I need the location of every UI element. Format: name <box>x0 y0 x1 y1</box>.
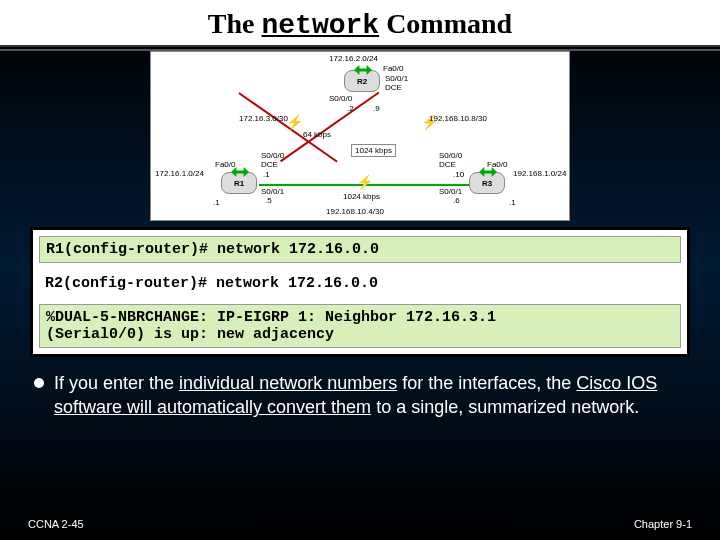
footer-right: Chapter 9-1 <box>634 518 692 530</box>
bolt-left-icon: ⚡ <box>286 114 303 130</box>
title-mono: network <box>262 10 380 41</box>
s000-r1-label: S0/0/0 DCE <box>261 151 284 169</box>
title-post: Command <box>379 8 512 39</box>
bullet-dot-icon <box>34 378 44 388</box>
s001-r1-label: S0/0/1 <box>261 187 284 196</box>
router-r2-icon: R2 <box>344 70 380 92</box>
title-bar: The network Command <box>0 0 720 47</box>
code-line-3: %DUAL-5-NBRCHANGE: IP-EIGRP 1: Neighbor … <box>39 304 681 348</box>
dot9-label: .9 <box>373 104 380 113</box>
fa00-r1-label: Fa0/0 <box>215 160 235 169</box>
dot10-label: .10 <box>453 170 464 179</box>
left-wan-label: 172.16.3.0/30 <box>239 114 288 123</box>
bolt-bottom-icon: ⚡ <box>356 174 373 190</box>
code-line-1: R1(config-router)# network 172.16.0.0 <box>39 236 681 263</box>
network-diagram: 172.16.2.0/24 Fa0/0 R2 S0/0/1 DCE S0/0/0… <box>150 51 570 221</box>
dot6-label: .6 <box>453 196 460 205</box>
left-lan-label: 172.16.1.0/24 <box>155 169 204 178</box>
s001-dce-label: S0/0/1 DCE <box>385 74 408 92</box>
dot1a-label: .1 <box>213 198 220 207</box>
right-wan-label: 192.168.10.8/30 <box>429 114 487 123</box>
bullet-item: If you enter the individual network numb… <box>30 371 690 420</box>
router-r1-icon: R1 <box>221 172 257 194</box>
fa00-r3-label: Fa0/0 <box>487 160 507 169</box>
right-lan-label: 192.168.1.0/24 <box>513 169 566 178</box>
bw-left-label: 64 kbps <box>303 130 331 139</box>
title-pre: The <box>208 8 262 39</box>
bottom-net-label: 192.168.10.4/30 <box>326 207 384 216</box>
footer-left: CCNA 2-45 <box>28 518 84 530</box>
dot5-label: .5 <box>265 196 272 205</box>
s000-r2-label: S0/0/0 <box>329 94 352 103</box>
fa00-r2-label: Fa0/0 <box>383 64 403 73</box>
dot2-label: .2 <box>347 104 354 113</box>
dot1c-label: .1 <box>263 170 270 179</box>
top-net-label: 172.16.2.0/24 <box>329 54 378 63</box>
bw-right-label: 1024 kbps <box>351 144 396 157</box>
bw-bottom-label: 1024 kbps <box>343 192 380 201</box>
s001-r3-label: S0/0/1 <box>439 187 462 196</box>
dot1b-label: .1 <box>509 198 516 207</box>
code-line-2: R2(config-router)# network 172.16.0.0 <box>39 271 681 296</box>
page-title: The network Command <box>0 0 720 45</box>
s000-r3-label: S0/0/0 DCE <box>439 151 462 169</box>
bullet-text: If you enter the individual network numb… <box>54 371 690 420</box>
router-r3-icon: R3 <box>469 172 505 194</box>
code-block: R1(config-router)# network 172.16.0.0 R2… <box>30 227 690 357</box>
